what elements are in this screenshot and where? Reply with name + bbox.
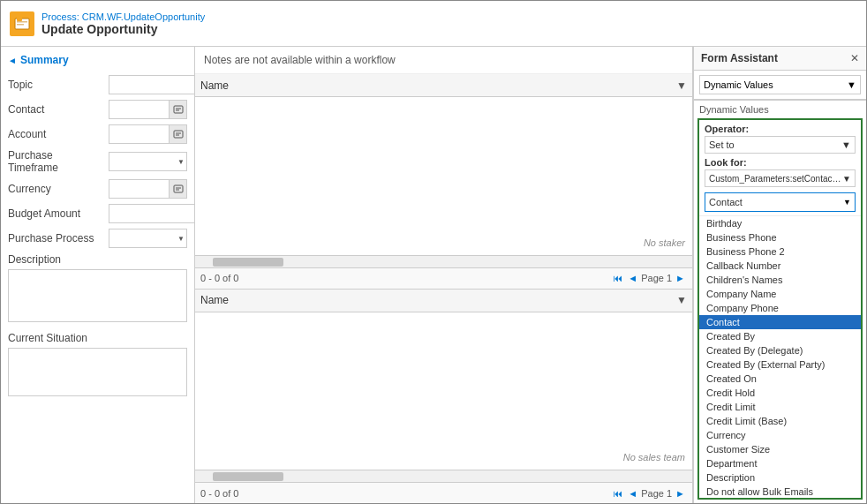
dv-list-item[interactable]: Customer Size [699, 442, 861, 456]
table-top-first-btn[interactable]: ⏮ [611, 273, 624, 283]
contact-lookup [109, 100, 187, 119]
table-bottom-no-data: No sales team [623, 452, 685, 463]
topic-input[interactable] [109, 75, 195, 94]
table-bottom-first-btn[interactable]: ⏮ [611, 488, 624, 499]
table-top-header: Name ▼ [195, 74, 692, 97]
lookfor-dropdown-arrow: ▼ [842, 174, 851, 184]
budget-amount-input[interactable] [109, 204, 195, 223]
operator-value[interactable]: Set to ▼ [705, 136, 856, 154]
purchase-process-arrow: ▼ [177, 235, 185, 243]
svg-rect-10 [174, 185, 183, 192]
fa-section-label-text: Dynamic Values [699, 104, 769, 115]
table-bottom-next-btn[interactable]: ► [674, 488, 687, 499]
table-bottom-filter-icon[interactable]: ▼ [676, 294, 687, 306]
dv-list-item[interactable]: Do not allow Bulk Emails [699, 485, 861, 498]
table-bottom-header: Name ▼ [195, 290, 692, 312]
table-top-scrollbar[interactable] [195, 255, 692, 267]
collapse-arrow[interactable]: ◄ [8, 56, 17, 65]
dv-list-item[interactable]: Contact [699, 315, 861, 329]
svg-rect-3 [17, 24, 24, 26]
table-bottom-body: No sales team [195, 312, 692, 470]
currency-lookup-btn[interactable] [169, 180, 186, 198]
dv-list-item[interactable]: Created By [699, 329, 861, 343]
purchase-timeframe-label: Purchase Timeframe [8, 149, 105, 174]
fa-section-label: Dynamic Values [694, 100, 866, 115]
table-top: Name ▼ No staker 0 - 0 of 0 ⏮ ◄ Page 1 ► [195, 74, 692, 290]
table-top-pagination-info: 0 - 0 of 0 [200, 273, 238, 283]
header-text: Process: CRM.WF.UpdateOpportunity Update… [41, 11, 205, 36]
dv-list-item[interactable]: Created By (Delegate) [699, 343, 861, 357]
operator-dropdown-arrow: ▼ [841, 139, 851, 150]
dv-list-item[interactable]: Currency [699, 428, 861, 442]
dv-list-item[interactable]: Credit Hold [699, 386, 861, 400]
currency-lookup [109, 179, 187, 199]
process-icon [10, 11, 34, 36]
dv-list-item[interactable]: Company Name [699, 287, 861, 301]
notes-bar: Notes are not available within a workflo… [195, 47, 692, 74]
purchase-timeframe-row: Purchase Timeframe ▼ [8, 149, 187, 174]
operator-value-text: Set to [709, 139, 735, 150]
dv-search-arrow: ▼ [843, 198, 851, 207]
currency-label: Currency [8, 183, 105, 195]
table-top-next-btn[interactable]: ► [674, 273, 687, 283]
table-bottom-footer: 0 - 0 of 0 ⏮ ◄ Page 1 ► [195, 482, 692, 503]
form-assistant-dropdown[interactable]: Dynamic Values ▼ [699, 75, 861, 94]
table-top-prev-btn[interactable]: ◄ [626, 273, 639, 283]
main-layout: ◄ Summary Topic Contact Account [1, 47, 866, 503]
table-top-filter-icon[interactable]: ▼ [676, 79, 687, 92]
dv-search-text: Contact [709, 197, 743, 207]
account-row: Account [8, 124, 187, 144]
lookfor-value[interactable]: Custom_Parameters:setContact (Co ▼ [705, 169, 856, 187]
lookfor-label: Look for: [705, 157, 856, 168]
header: Process: CRM.WF.UpdateOpportunity Update… [1, 1, 866, 47]
dv-list-item[interactable]: Created On [699, 372, 861, 386]
current-situation-textarea[interactable] [8, 348, 187, 396]
purchase-timeframe-dropdown[interactable]: ▼ [109, 152, 187, 171]
dv-list: BirthdayBusiness PhoneBusiness Phone 2Ca… [699, 215, 861, 498]
purchase-process-label: Purchase Process [8, 232, 105, 244]
table-top-page-label: Page 1 [641, 273, 672, 283]
table-bottom-col-name: Name [200, 294, 676, 306]
notes-text: Notes are not available within a workflo… [204, 54, 396, 66]
fa-dropdown-arrow: ▼ [847, 79, 856, 90]
table-top-pagination-controls: ⏮ ◄ Page 1 ► [611, 273, 687, 283]
svg-rect-2 [17, 21, 27, 23]
table-bottom-prev-btn[interactable]: ◄ [626, 488, 639, 499]
dv-list-item[interactable]: Department [699, 456, 861, 470]
lookfor-section: Look for: Custom_Parameters:setContact (… [699, 155, 861, 189]
dv-list-item[interactable]: Children's Names [699, 273, 861, 287]
table-top-footer: 0 - 0 of 0 ⏮ ◄ Page 1 ► [195, 267, 692, 289]
page-title: Update Opportunity [41, 22, 205, 36]
dv-list-item[interactable]: Company Phone [699, 301, 861, 315]
table-bottom-pagination-info: 0 - 0 of 0 [200, 488, 238, 499]
purchase-process-row: Purchase Process ▼ [8, 229, 187, 248]
budget-amount-label: Budget Amount [8, 207, 105, 220]
process-link[interactable]: Process: CRM.WF.UpdateOpportunity [41, 11, 205, 22]
description-textarea[interactable] [8, 269, 187, 322]
dv-list-item[interactable]: Credit Limit [699, 400, 861, 414]
purchase-timeframe-arrow: ▼ [177, 158, 185, 166]
contact-lookup-btn[interactable] [169, 101, 186, 118]
scrollbar-thumb [213, 258, 283, 267]
topic-row: Topic [8, 75, 187, 94]
table-bottom: Name ▼ No sales team 0 - 0 of 0 ⏮ ◄ Page… [195, 290, 692, 504]
summary-label: Summary [20, 54, 69, 66]
dv-list-item[interactable]: Business Phone 2 [699, 244, 861, 259]
form-assistant-panel: Form Assistant ✕ Dynamic Values ▼ Dynami… [693, 47, 866, 503]
topic-label: Topic [8, 79, 105, 91]
purchase-process-dropdown[interactable]: ▼ [109, 229, 187, 248]
dv-list-item[interactable]: Callback Number [699, 259, 861, 273]
svg-rect-1 [17, 17, 22, 21]
account-lookup [109, 124, 187, 144]
dv-list-item[interactable]: Birthday [699, 216, 861, 230]
dv-list-item[interactable]: Business Phone [699, 230, 861, 244]
dv-list-item[interactable]: Created By (External Party) [699, 357, 861, 372]
account-lookup-btn[interactable] [169, 125, 186, 143]
table-bottom-scrollbar[interactable] [195, 470, 692, 482]
dv-list-item[interactable]: Credit Limit (Base) [699, 414, 861, 428]
dv-list-item[interactable]: Description [699, 470, 861, 485]
svg-rect-4 [174, 106, 183, 113]
form-assistant-close-icon[interactable]: ✕ [850, 52, 859, 64]
currency-row: Currency [8, 179, 187, 199]
operator-label: Operator: [705, 124, 856, 134]
